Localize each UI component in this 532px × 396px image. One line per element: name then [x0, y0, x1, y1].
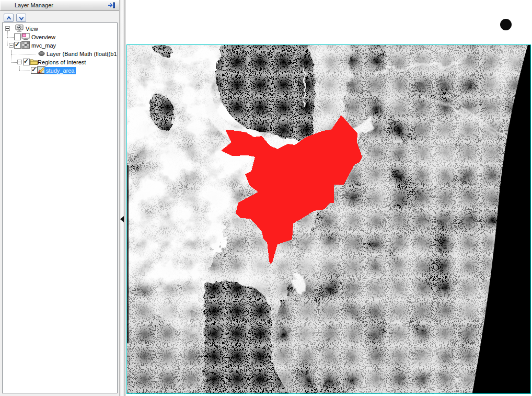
check-mark: ✓ — [31, 66, 37, 73]
layer-checkbox[interactable] — [14, 33, 21, 40]
chevron-down-icon — [18, 15, 25, 21]
black-dot — [500, 19, 512, 30]
tree-item-label[interactable]: Regions of Interest — [38, 59, 86, 66]
minus-glyph — [10, 45, 13, 46]
layer-manager-panel: Layer Manager — [0, 0, 119, 396]
check-mark: ✓ — [24, 58, 29, 65]
layer-checkbox[interactable]: ✓ — [14, 42, 21, 49]
tree-item-label[interactable]: Layer (Band Math (float((b1)- — [47, 50, 118, 58]
collapse-toggle[interactable] — [9, 43, 14, 48]
speckle-layer — [127, 45, 530, 393]
band-icon — [38, 51, 47, 58]
tree-item-view[interactable]: View — [3, 25, 117, 33]
minus-glyph — [6, 28, 9, 29]
tree-item-study-area[interactable]: ✓ study_area — [3, 66, 117, 75]
tree-item-regions-of-interest[interactable]: ✓ Regions of Interest — [3, 58, 117, 66]
tree-item-label[interactable]: study_area — [44, 67, 76, 74]
collapse-panel-arrow-icon[interactable] — [120, 216, 124, 222]
layer-checkbox[interactable]: ✓ — [23, 59, 30, 65]
check-mark: ✓ — [15, 41, 20, 48]
panel-splitter[interactable] — [119, 0, 125, 396]
raster-icon — [21, 41, 30, 49]
collapse-toggle[interactable] — [5, 26, 10, 31]
view-icon — [15, 25, 24, 32]
layer-toolbar — [0, 11, 119, 22]
tree-item-overview[interactable]: Overview — [3, 33, 117, 41]
tree-item-band-math-layer[interactable]: Layer (Band Math (float((b1)- — [3, 50, 117, 58]
move-layer-down-button[interactable] — [16, 14, 26, 22]
image-viewport[interactable] — [126, 44, 531, 394]
move-layer-up-button[interactable] — [4, 14, 14, 22]
layer-manager-titlebar[interactable]: Layer Manager — [0, 0, 119, 11]
chevron-up-icon — [6, 15, 12, 21]
collapse-toggle[interactable] — [17, 60, 22, 64]
left-edge-strip — [127, 165, 129, 343]
tree-item-label[interactable]: Overview — [31, 33, 55, 41]
layer-tree: View Overview ✓ — [2, 22, 118, 393]
dock-panel-icon[interactable] — [108, 2, 116, 9]
folder-icon — [30, 58, 38, 65]
overview-icon — [21, 33, 30, 40]
satellite-image[interactable] — [127, 45, 530, 393]
view-area — [125, 0, 532, 396]
tree-item-label[interactable]: mvc_may — [31, 42, 56, 49]
panel-title: Layer Manager — [15, 0, 53, 10]
minus-glyph — [18, 62, 21, 62]
envi-window: Layer Manager — [0, 0, 532, 396]
tree-item-label[interactable]: View — [26, 25, 38, 32]
tree-item-mvc-may[interactable]: ✓ mvc_may — [3, 41, 117, 50]
